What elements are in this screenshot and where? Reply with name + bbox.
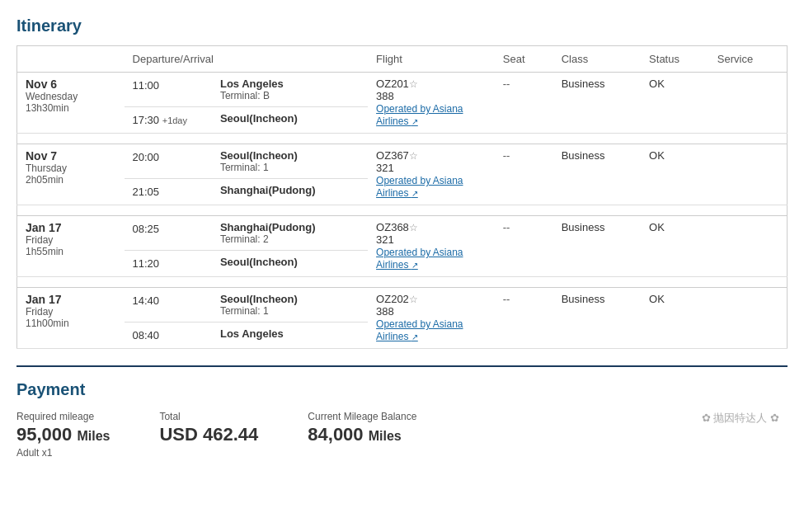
dep-time: 08:25 <box>133 221 204 237</box>
dep-location-name: Los Angeles <box>220 78 360 90</box>
flight-equipment: 321 <box>376 233 487 246</box>
operated-by-link[interactable]: Operated by Asiana Airlines ↗ <box>376 103 463 127</box>
itinerary-section: Itinerary Departure/Arrival Flight Seat … <box>16 16 788 349</box>
required-mileage-value: 95,000 Miles <box>16 424 110 445</box>
table-header-row: Departure/Arrival Flight Seat Class Stat… <box>17 46 788 73</box>
section-divider <box>16 365 788 367</box>
total-value: USD 462.44 <box>159 424 258 445</box>
adult-label: Adult x1 <box>16 447 110 459</box>
table-row: Jan 17 Friday 1h55min 08:25 Shanghai(Pud… <box>17 216 788 251</box>
dep-time: 14:40 <box>133 293 204 308</box>
dep-location-name: Seoul(Incheon) <box>220 293 360 305</box>
arr-time-cell: 11:20 <box>125 251 212 277</box>
dep-terminal: Terminal: 1 <box>220 305 360 317</box>
operated-by-link[interactable]: Operated by Asiana Airlines ↗ <box>376 318 463 342</box>
arr-time: 08:40 <box>133 327 204 343</box>
date-cell: Nov 6 Wednesday 13h30min <box>17 73 125 134</box>
flight-info-cell: OZ368☆ 321 Operated by Asiana Airlines ↗ <box>368 216 495 277</box>
dep-terminal: Terminal: B <box>220 90 360 101</box>
arr-location-name: Los Angeles <box>220 327 360 340</box>
current-balance-value: 84,000 Miles <box>308 424 416 445</box>
spacer-row <box>17 134 788 144</box>
page-wrapper: Itinerary Departure/Arrival Flight Seat … <box>0 0 804 492</box>
seat-cell: -- <box>495 288 553 349</box>
service-cell <box>709 73 788 134</box>
service-cell <box>709 288 788 349</box>
payment-row: Required mileage 95,000 Miles Adult x1 T… <box>16 411 788 459</box>
col-seat-header: Seat <box>495 46 553 73</box>
external-link-icon: ↗ <box>411 261 418 270</box>
arr-time-cell: 08:40 <box>125 322 212 349</box>
operated-by-link[interactable]: Operated by Asiana Airlines ↗ <box>376 247 463 271</box>
arr-time-cell: 17:30 +1day <box>125 107 212 134</box>
table-row: Nov 6 Wednesday 13h30min 11:00 Los Angel… <box>17 73 788 107</box>
flight-number: OZ368☆ <box>376 221 487 233</box>
col-status-header: Status <box>641 46 709 73</box>
operated-by-link[interactable]: Operated by Asiana Airlines ↗ <box>376 175 463 199</box>
seat-cell: -- <box>495 144 553 205</box>
dep-time: 11:00 <box>133 78 204 93</box>
arr-time: 21:05 <box>133 184 204 200</box>
arr-location-name: Shanghai(Pudong) <box>220 184 360 196</box>
class-cell: Business <box>553 144 641 205</box>
itinerary-title: Itinerary <box>16 16 788 35</box>
status-cell: OK <box>641 288 709 349</box>
spacer-row <box>17 205 788 216</box>
dep-terminal: Terminal: 1 <box>220 162 360 173</box>
flight-info-cell: OZ367☆ 321 Operated by Asiana Airlines ↗ <box>368 144 495 205</box>
flight-equipment: 388 <box>376 90 487 102</box>
star-icon: ☆ <box>409 222 418 233</box>
required-mileage-item: Required mileage 95,000 Miles Adult x1 <box>16 411 110 459</box>
flight-number: OZ367☆ <box>376 149 487 162</box>
dep-location-cell: Los Angeles Terminal: B <box>212 73 368 107</box>
current-balance-item: Current Mileage Balance 84,000 Miles <box>308 411 416 445</box>
service-cell <box>709 216 788 277</box>
star-icon: ☆ <box>409 150 418 162</box>
col-date-header <box>17 46 125 73</box>
required-mileage-label: Required mileage <box>16 411 110 422</box>
external-link-icon: ↗ <box>411 332 418 341</box>
date-duration: 1h55min <box>26 246 116 257</box>
flight-equipment: 321 <box>376 162 487 174</box>
dep-location-cell: Shanghai(Pudong) Terminal: 2 <box>212 216 368 251</box>
class-cell: Business <box>553 288 641 349</box>
arr-location-cell: Seoul(Incheon) <box>212 251 368 277</box>
external-link-icon: ↗ <box>411 117 418 126</box>
date-weekday: Friday <box>26 306 116 318</box>
current-balance-label: Current Mileage Balance <box>308 411 416 422</box>
flight-info-cell: OZ202☆ 388 Operated by Asiana Airlines ↗ <box>368 288 495 349</box>
col-class-header: Class <box>553 46 641 73</box>
status-cell: OK <box>641 216 709 277</box>
arr-location-cell: Shanghai(Pudong) <box>212 179 368 205</box>
arr-location-cell: Seoul(Incheon) <box>212 107 368 134</box>
dep-time: 20:00 <box>133 149 204 165</box>
class-cell: Business <box>553 216 641 277</box>
dep-location-name: Seoul(Incheon) <box>220 149 360 162</box>
arr-time: 11:20 <box>133 256 204 271</box>
payment-watermark-area: ✿ 抛因特达人 ✿ <box>702 411 788 426</box>
date-weekday: Wednesday <box>26 91 116 102</box>
dep-time-cell: 11:00 <box>125 73 212 107</box>
dep-time-cell: 08:25 <box>125 216 212 251</box>
payment-title: Payment <box>16 380 788 399</box>
arrival-modifier: +1day <box>162 115 187 125</box>
flight-number: OZ202☆ <box>376 293 487 305</box>
star-icon: ☆ <box>409 78 418 90</box>
date-day: Jan 17 <box>26 221 116 234</box>
dep-location-cell: Seoul(Incheon) Terminal: 1 <box>212 144 368 179</box>
dep-location-name: Shanghai(Pudong) <box>220 221 360 233</box>
flight-equipment: 388 <box>376 305 487 318</box>
arr-location-name: Seoul(Incheon) <box>220 112 360 125</box>
arr-time-cell: 21:05 <box>125 179 212 205</box>
itinerary-table: Departure/Arrival Flight Seat Class Stat… <box>16 45 788 349</box>
dep-location-cell: Seoul(Incheon) Terminal: 1 <box>212 288 368 322</box>
col-flight-header: Flight <box>368 46 495 73</box>
class-cell: Business <box>553 73 641 134</box>
date-weekday: Thursday <box>26 162 116 174</box>
col-service-header: Service <box>709 46 788 73</box>
status-cell: OK <box>641 144 709 205</box>
arr-location-cell: Los Angeles <box>212 322 368 349</box>
date-duration: 13h30min <box>26 102 116 114</box>
dep-terminal: Terminal: 2 <box>220 233 360 245</box>
seat-cell: -- <box>495 216 553 277</box>
